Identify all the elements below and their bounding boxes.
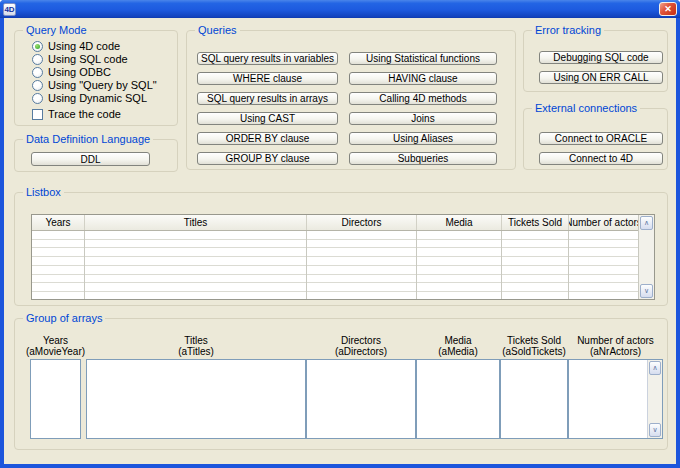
listbox-header: Years Titles Directors Media Tickets Sol… bbox=[32, 215, 638, 231]
listbox-header-tickets-sold[interactable]: Tickets Sold bbox=[502, 215, 569, 230]
checkbox-label: Trace the code bbox=[48, 108, 121, 120]
array-titles-listbox[interactable] bbox=[86, 359, 306, 439]
array-number-of-actors-label: Number of actors(aNrActors) bbox=[568, 335, 663, 357]
array-titles-label: Titles(aTitles) bbox=[86, 335, 306, 357]
listbox-scrollbar[interactable]: ∧ ∨ bbox=[638, 215, 654, 299]
radio-row: Using 4D code bbox=[32, 40, 120, 52]
listbox-column-number-of-actors[interactable] bbox=[569, 231, 638, 299]
ddl-group: Data Definition Language DDL bbox=[14, 139, 178, 172]
having-clause-button[interactable]: HAVING clause bbox=[349, 72, 497, 85]
scroll-up-icon[interactable]: ∧ bbox=[640, 216, 653, 230]
listbox-column-years[interactable] bbox=[32, 231, 85, 299]
order-by-clause-button[interactable]: ORDER BY clause bbox=[197, 132, 338, 145]
connect-to-oracle-button[interactable]: Connect to ORACLE bbox=[539, 132, 663, 145]
sql-query-results-in-arrays-button[interactable]: SQL query results in arrays bbox=[197, 92, 338, 105]
queries-group-label: Queries bbox=[195, 23, 240, 37]
using-on-err-call-button[interactable]: Using ON ERR CALL bbox=[539, 71, 663, 84]
group-by-clause-button[interactable]: GROUP BY clause bbox=[197, 152, 338, 165]
radio-label: Using SQL code bbox=[48, 53, 128, 65]
sql-query-results-in-variables-button[interactable]: SQL query results in variables bbox=[197, 52, 338, 65]
error-tracking-group: Error tracking Debugging SQL code Using … bbox=[523, 30, 668, 92]
ddl-group-label: Data Definition Language bbox=[23, 132, 153, 146]
checkbox-trace-the-code[interactable] bbox=[32, 109, 43, 120]
radio-label: Using Dynamic SQL bbox=[48, 92, 147, 104]
array-tickets-sold-listbox[interactable] bbox=[500, 359, 568, 439]
listbox-column-tickets-sold[interactable] bbox=[502, 231, 569, 299]
queries-group: Queries SQL query results in variables W… bbox=[186, 30, 516, 170]
listbox-column-titles[interactable] bbox=[85, 231, 307, 299]
ddl-button[interactable]: DDL bbox=[31, 152, 150, 166]
radio-label: Using 4D code bbox=[48, 40, 120, 52]
radio-row: Using Dynamic SQL bbox=[32, 92, 147, 104]
query-mode-group-label: Query Mode bbox=[23, 23, 90, 37]
external-connections-group-label: External connections bbox=[532, 101, 640, 115]
array-media-listbox[interactable] bbox=[416, 359, 500, 439]
array-directors-listbox[interactable] bbox=[306, 359, 416, 439]
listbox-header-directors[interactable]: Directors bbox=[307, 215, 417, 230]
client-area: Query Mode Using 4D code Using SQL code … bbox=[4, 18, 676, 464]
listbox-group: Listbox Years Titles Directors Media Tic… bbox=[14, 192, 668, 306]
radio-using-sql-code[interactable] bbox=[32, 54, 43, 65]
listbox-column-media[interactable] bbox=[417, 231, 502, 299]
app-window: 4D ✕ Query Mode Using 4D code Using SQL … bbox=[0, 0, 680, 468]
listbox-header-number-of-actors[interactable]: Number of actors bbox=[569, 215, 638, 230]
radio-row: Using SQL code bbox=[32, 53, 128, 65]
array-media-label: Media(aMedia) bbox=[416, 335, 500, 357]
listbox-header-titles[interactable]: Titles bbox=[85, 215, 307, 230]
radio-row: Using ODBC bbox=[32, 66, 111, 78]
array-years-listbox[interactable] bbox=[30, 359, 81, 439]
listbox-header-media[interactable]: Media bbox=[417, 215, 502, 230]
array-directors-label: Directors(aDirectors) bbox=[306, 335, 416, 357]
radio-row: Using "Query by SQL" bbox=[32, 79, 157, 91]
using-aliases-button[interactable]: Using Aliases bbox=[349, 132, 497, 145]
listbox-body[interactable] bbox=[32, 231, 638, 299]
subqueries-button[interactable]: Subqueries bbox=[349, 152, 497, 165]
listbox-header-years[interactable]: Years bbox=[32, 215, 85, 230]
4d-app-icon[interactable]: 4D bbox=[3, 3, 16, 16]
debugging-sql-code-button[interactable]: Debugging SQL code bbox=[539, 51, 663, 64]
radio-label: Using ODBC bbox=[48, 66, 111, 78]
checkbox-row: Trace the code bbox=[32, 108, 121, 120]
group-of-arrays-group-label: Group of arrays bbox=[23, 311, 105, 325]
calling-4d-methods-button[interactable]: Calling 4D methods bbox=[349, 92, 497, 105]
array-tickets-sold-label: Tickets Sold(aSoldTickets) bbox=[500, 335, 568, 357]
scroll-down-icon[interactable]: ∨ bbox=[640, 284, 653, 298]
query-mode-group: Query Mode Using 4D code Using SQL code … bbox=[14, 30, 178, 126]
where-clause-button[interactable]: WHERE clause bbox=[197, 72, 338, 85]
radio-using-odbc[interactable] bbox=[32, 67, 43, 78]
external-connections-group: External connections Connect to ORACLE C… bbox=[523, 108, 668, 170]
radio-using-dynamic-sql[interactable] bbox=[32, 93, 43, 104]
radio-label: Using "Query by SQL" bbox=[48, 79, 157, 91]
title-bar[interactable]: 4D ✕ bbox=[0, 0, 680, 18]
listbox-table[interactable]: Years Titles Directors Media Tickets Sol… bbox=[31, 214, 655, 300]
radio-using-query-by-sql[interactable] bbox=[32, 80, 43, 91]
scroll-up-icon[interactable]: ∧ bbox=[649, 361, 661, 375]
using-statistical-functions-button[interactable]: Using Statistical functions bbox=[349, 52, 497, 65]
listbox-column-directors[interactable] bbox=[307, 231, 417, 299]
array-number-of-actors-listbox[interactable]: ∧ ∨ bbox=[568, 359, 663, 439]
array-scrollbar[interactable]: ∧ ∨ bbox=[647, 360, 662, 438]
close-button[interactable]: ✕ bbox=[659, 2, 677, 16]
listbox-group-label: Listbox bbox=[23, 185, 64, 199]
group-of-arrays-group: Group of arrays Years(aMovieYear) Titles… bbox=[14, 318, 668, 450]
radio-using-4d-code[interactable] bbox=[32, 41, 43, 52]
connect-to-4d-button[interactable]: Connect to 4D bbox=[539, 152, 663, 165]
using-cast-button[interactable]: Using CAST bbox=[197, 112, 338, 125]
error-tracking-group-label: Error tracking bbox=[532, 23, 604, 37]
listbox-main: Years Titles Directors Media Tickets Sol… bbox=[32, 215, 638, 299]
joins-button[interactable]: Joins bbox=[349, 112, 497, 125]
scroll-down-icon[interactable]: ∨ bbox=[649, 423, 661, 437]
array-years-label: Years(aMovieYear) bbox=[20, 335, 91, 357]
